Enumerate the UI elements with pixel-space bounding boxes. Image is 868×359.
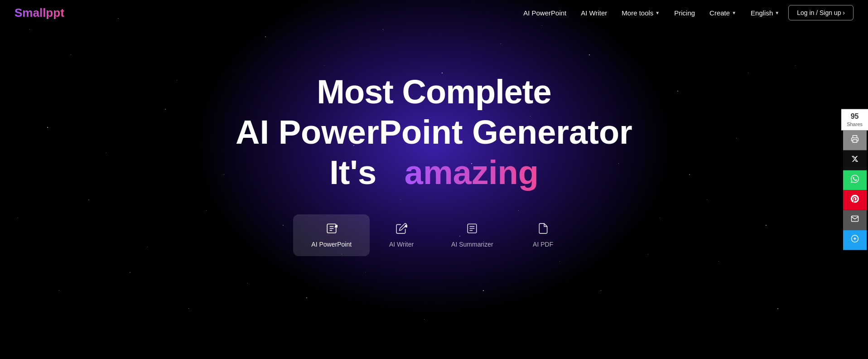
share-label: Shares [847, 121, 863, 127]
share-pinterest-button[interactable] [843, 190, 867, 210]
hero-line1: Most Complete [317, 73, 551, 111]
ai-summarizer-tab-label: AI Summarizer [451, 241, 493, 248]
hero-line2: AI PowerPoint Generator [236, 113, 632, 151]
ai-pdf-tab-label: AI PDF [533, 241, 553, 248]
feature-tabs: AI AI PowerPoint AI AI Writer AI Summari… [293, 214, 574, 256]
nav-ai-writer[interactable]: AI Writer [575, 5, 612, 20]
create-chevron-icon: ▼ [732, 10, 736, 15]
ai-writer-tab-label: AI Writer [389, 241, 414, 248]
hero-section: Most Complete AI PowerPoint Generator It… [0, 0, 868, 283]
share-copy-button[interactable] [843, 230, 867, 250]
email-share-icon [851, 215, 859, 225]
copy-share-icon [851, 235, 859, 245]
svg-text:AI: AI [405, 225, 407, 228]
share-sidebar: 95 Shares [841, 109, 868, 250]
hero-its-text: It's [329, 154, 376, 191]
nav-create[interactable]: Create ▼ [704, 5, 742, 20]
share-count-box: 95 Shares [841, 109, 868, 131]
share-print-button[interactable] [843, 130, 867, 150]
main-nav: AI PowerPoint AI Writer More tools ▼ Pri… [518, 5, 854, 20]
nav-ai-powerpoint[interactable]: AI PowerPoint [518, 5, 572, 20]
ai-powerpoint-tab-label: AI PowerPoint [311, 241, 352, 248]
svg-text:AI: AI [335, 225, 337, 228]
share-whatsapp-button[interactable] [843, 170, 867, 190]
header: Smallppt AI PowerPoint AI Writer More to… [0, 0, 868, 25]
ai-summarizer-tab-icon [466, 223, 478, 237]
share-twitter-button[interactable] [843, 150, 867, 170]
hero-line3: It's amazing [329, 153, 539, 192]
whatsapp-share-icon [851, 175, 859, 185]
nav-language[interactable]: English ▼ [745, 5, 785, 20]
twitter-share-icon [851, 155, 858, 165]
tab-ai-pdf[interactable]: AI PDF [511, 214, 575, 256]
pinterest-share-icon [851, 195, 859, 205]
ai-powerpoint-tab-icon: AI [326, 223, 338, 237]
tab-ai-summarizer[interactable]: AI Summarizer [433, 214, 511, 256]
print-share-icon [851, 135, 859, 146]
tab-ai-powerpoint[interactable]: AI AI PowerPoint [293, 214, 370, 256]
nav-pricing[interactable]: Pricing [669, 5, 700, 20]
nav-more-tools[interactable]: More tools ▼ [616, 5, 665, 20]
share-buttons [843, 130, 867, 250]
share-count: 95 [847, 112, 863, 121]
hero-amazing-text: amazing [405, 154, 539, 191]
site-logo[interactable]: Smallppt [14, 6, 64, 20]
ai-writer-tab-icon: AI [395, 223, 407, 237]
tab-ai-writer[interactable]: AI AI Writer [370, 214, 433, 256]
share-email-button[interactable] [843, 210, 867, 230]
language-chevron-icon: ▼ [775, 10, 779, 15]
login-button[interactable]: Log in / Sign up › [788, 5, 854, 20]
ai-pdf-tab-icon [537, 223, 549, 237]
more-tools-chevron-icon: ▼ [655, 10, 660, 15]
svg-rect-4 [853, 140, 857, 142]
